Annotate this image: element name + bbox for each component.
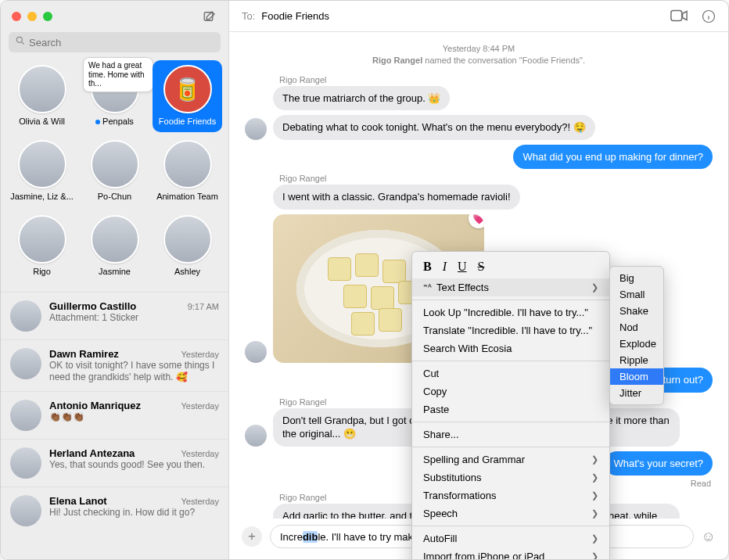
pin-preview-bubble: We had a great time. Home with th... [83,57,153,92]
menu-copy[interactable]: Copy [412,382,609,400]
pin-label: Ashley [174,267,200,276]
menu-look-up[interactable]: Look Up "Incredible. I'll have to try...… [412,303,609,321]
pin-label: Foodie Friends [159,117,216,126]
conversation-time: 9:17 AM [188,302,219,311]
search-input[interactable] [9,32,221,52]
menu-transformations[interactable]: Transformations❯ [412,486,609,504]
add-attachment-button[interactable]: + [242,526,262,547]
pin-label: Olivia & Will [19,117,65,126]
close-window[interactable] [12,12,21,21]
message-bubble[interactable]: Debating what to cook tonight. What's on… [273,115,595,140]
list-item[interactable]: Elena Lanot Yesterday Hi! Just checking … [1,486,228,534]
submenu-item-nod[interactable]: Nod [610,319,663,336]
avatar: 🥫 [163,65,212,113]
conversation-header: To: Foodie Friends [229,1,728,32]
chevron-right-icon: ❯ [591,282,598,293]
pinned-conversation[interactable]: Olivia & Will [7,60,77,132]
menu-cut[interactable]: Cut [412,364,609,382]
avatar [245,425,267,447]
list-item[interactable]: Herland Antezana Yesterday Yes, that sou… [1,439,228,486]
pin-label: Penpals [95,117,134,126]
menu-substitutions[interactable]: Substitutions❯ [412,468,609,486]
text-effects-icon: ⁼ᴬ [423,282,432,293]
list-item[interactable]: Dawn Ramirez Yesterday OK to visit tonig… [1,339,228,391]
submenu-item-big[interactable]: Big [610,270,663,286]
minimize-window[interactable] [27,12,37,21]
message-bubble[interactable]: The true matriarch of the group. 👑 [273,86,450,111]
pinned-conversation[interactable]: Ashley [153,210,222,282]
avatar [10,495,41,526]
message-row: What did you end up making for dinner? [245,145,713,170]
italic-toggle[interactable]: I [443,260,447,274]
conversation-list[interactable]: Guillermo Castillo 9:17 AM Attachment: 1… [1,292,228,559]
submenu-item-ripple[interactable]: Ripple [610,352,663,368]
avatar [91,140,139,188]
pinned-conversation[interactable]: We had a great time. Home with th... Pen… [80,60,149,132]
message-bubble[interactable]: What did you end up making for dinner? [513,145,713,170]
menu-paste[interactable]: Paste [412,400,609,418]
titlebar [1,1,228,32]
emoji-picker-button[interactable]: ☺ [702,529,716,545]
strike-toggle[interactable]: S [478,260,485,274]
submenu-item-jitter[interactable]: Jitter [610,385,663,401]
pin-label: Jasmine [99,267,131,276]
tapback-love[interactable]: 💗 [469,214,484,228]
svg-rect-2 [671,10,682,20]
avatar [10,447,41,479]
avatar [10,300,41,332]
message-bubble[interactable]: What's your secret? [605,451,713,476]
message-row: Debating what to cook tonight. What's on… [245,115,713,140]
conversation-preview: Yes, that sounds good! See you then. [49,459,219,471]
list-item[interactable]: Antonio Manriquez Yesterday 👏🏾👏🏾👏🏾 [1,391,228,439]
avatar [18,215,66,264]
menu-translate[interactable]: Translate "Incredible. I'll have to try.… [412,321,609,339]
messages-window: Olivia & WillWe had a great time. Home w… [0,0,729,560]
sidebar: Olivia & WillWe had a great time. Home w… [1,1,229,559]
to-value[interactable]: Foodie Friends [261,10,329,22]
info-icon[interactable] [702,9,716,23]
text-effects-submenu[interactable]: BigSmallShakeNodExplodeRippleBloomJitter [609,266,664,405]
menu-speech[interactable]: Speech❯ [412,504,609,522]
pinned-conversation[interactable]: Jasmine [80,210,149,282]
submenu-item-small[interactable]: Small [610,286,663,303]
menu-text-effects[interactable]: ⁼ᴬText Effects ❯ [412,278,609,296]
compose-button[interactable] [202,9,217,24]
list-item[interactable]: Guillermo Castillo 9:17 AM Attachment: 1… [1,292,228,339]
bold-toggle[interactable]: B [423,260,432,274]
pinned-conversation[interactable]: Po-Chun [80,135,149,207]
menu-share[interactable]: Share... [412,425,609,443]
submenu-item-bloom[interactable]: Bloom [610,368,663,385]
conversation-name: Dawn Ramirez [49,348,119,360]
svg-point-1 [16,37,22,42]
submenu-item-explode[interactable]: Explode [610,336,663,352]
zoom-window[interactable] [43,12,52,21]
facetime-icon[interactable] [670,9,688,23]
menu-spelling[interactable]: Spelling and Grammar❯ [412,451,609,468]
menu-autofill[interactable]: AutoFill❯ [412,529,609,547]
pin-label: Jasmine, Liz &... [10,192,74,201]
underline-toggle[interactable]: U [458,260,467,274]
avatar [91,215,139,264]
pinned-conversation[interactable]: Jasmine, Liz &... [7,135,77,207]
pin-label: Rigo [33,267,51,276]
submenu-item-shake[interactable]: Shake [610,303,663,319]
avatar [163,215,212,264]
conversation-preview: Hi! Just checking in. How did it go? [49,507,219,519]
window-controls [12,12,52,21]
conversation-time: Yesterday [181,350,219,359]
avatar [18,140,66,188]
avatar [10,400,41,431]
conversation-preview: Attachment: 1 Sticker [49,312,219,324]
sender-label: Rigo Rangel [279,75,713,84]
pinned-conversation[interactable]: 🥫 Foodie Friends [153,60,222,132]
menu-search-web[interactable]: Search With Ecosia [412,339,609,357]
avatar [245,341,267,363]
message-row: I went with a classic. Grandpa's homemad… [245,185,713,210]
conversation-time: Yesterday [181,449,219,458]
conversation-name: Antonio Manriquez [49,400,141,411]
menu-import[interactable]: Import from iPhone or iPad❯ [412,547,609,560]
pinned-conversation[interactable]: Rigo [7,210,77,282]
message-bubble[interactable]: I went with a classic. Grandpa's homemad… [273,185,520,210]
pinned-conversation[interactable]: Animation Team [153,135,222,207]
context-menu[interactable]: B I U S ⁼ᴬText Effects ❯ Look Up "Incred… [411,251,610,560]
